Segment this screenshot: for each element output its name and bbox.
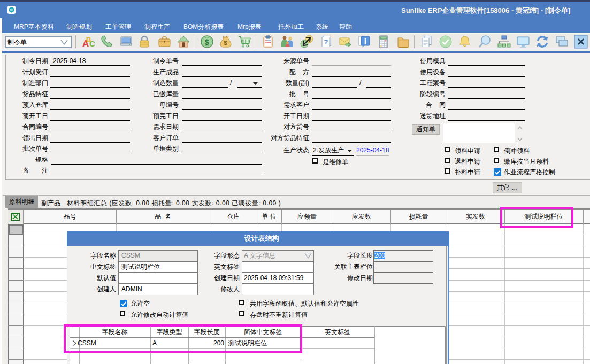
svg-text:$: $ bbox=[205, 37, 210, 47]
svg-text:$: $ bbox=[224, 40, 227, 46]
svg-text:?: ? bbox=[324, 38, 328, 46]
svg-text:C: C bbox=[89, 39, 95, 48]
